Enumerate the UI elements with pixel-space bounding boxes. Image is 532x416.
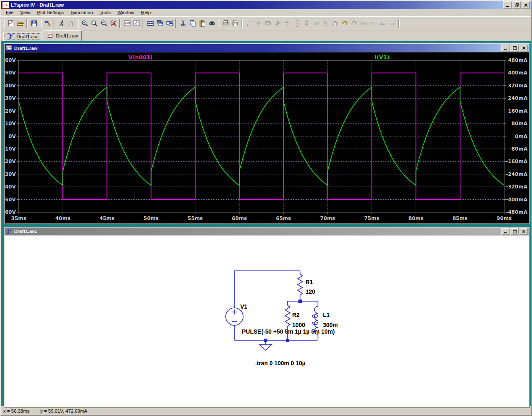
tab-label: Draft1.asc xyxy=(17,34,38,39)
toolbar-separator xyxy=(119,19,121,28)
component-tool-button[interactable]: D xyxy=(311,18,320,29)
zoom-extents-button[interactable] xyxy=(108,18,118,29)
copy-button[interactable] xyxy=(188,18,197,29)
yleft-tick-label: -20V xyxy=(5,158,16,164)
redo-button[interactable] xyxy=(349,18,359,29)
cascade-windows-button[interactable] xyxy=(155,18,165,29)
zoom-in-button[interactable] xyxy=(80,18,89,29)
zoom-in-icon xyxy=(81,20,89,27)
maximize-button[interactable] xyxy=(510,228,519,235)
x-tick-label: 40ms xyxy=(55,215,70,221)
x-tick-label: 60ms xyxy=(232,215,247,221)
undo-button[interactable] xyxy=(340,18,349,29)
ground-tool-button[interactable] xyxy=(254,18,263,29)
toolbar: ADEmE϶Aa.op xyxy=(1,16,531,30)
waveform-plot[interactable]: 35ms40ms45ms50ms55ms60ms65ms70ms75ms80ms… xyxy=(5,52,529,223)
tab-draft1.asc[interactable]: Draft1.asc xyxy=(3,32,42,41)
toolbar-separator xyxy=(398,19,400,28)
schematic-window-titlebar[interactable]: Draft1.asc xyxy=(5,228,529,235)
svg-text:Em: Em xyxy=(361,21,367,26)
main-titlebar[interactable]: LT LTspice IV - Draft1.raw xyxy=(1,1,531,9)
capacitor-tool-icon xyxy=(283,20,291,27)
menu-view[interactable]: View xyxy=(17,10,34,16)
open-button[interactable] xyxy=(15,18,25,29)
menu-tools[interactable]: Tools xyxy=(96,10,114,16)
undo-icon xyxy=(341,20,348,27)
diode-tool-button[interactable] xyxy=(301,18,311,29)
save-button[interactable] xyxy=(29,18,39,29)
menu-simulation[interactable]: Simulation xyxy=(67,10,96,16)
minimize-button[interactable] xyxy=(501,45,510,52)
wire-tool-icon xyxy=(245,20,253,27)
close-button[interactable] xyxy=(520,228,528,235)
find-button[interactable] xyxy=(207,18,217,29)
resistor-tool-button[interactable] xyxy=(273,18,282,29)
autorange-y-icon xyxy=(123,20,131,27)
move-tool-button[interactable] xyxy=(320,18,330,29)
schematic-file-icon xyxy=(6,228,12,235)
print-button[interactable] xyxy=(230,18,240,29)
schematic-canvas[interactable]: V1 R1 120 R2 1000 L1 300m PULSE(-50 +50 … xyxy=(5,235,529,407)
toolbar-separator xyxy=(77,19,79,28)
menu-plot-settings[interactable]: Plot Settings xyxy=(34,10,67,16)
halt-button[interactable] xyxy=(66,18,76,29)
label-tool-icon: A xyxy=(264,20,272,27)
paste-button[interactable] xyxy=(197,18,207,29)
zoom-area-button[interactable] xyxy=(89,18,99,29)
drag-tool-button[interactable] xyxy=(330,18,340,29)
schematic-svg[interactable]: V1 R1 120 R2 1000 L1 300m PULSE(-50 +50 … xyxy=(5,235,529,407)
tab-draft1.raw[interactable]: Draft1.raw xyxy=(42,30,82,41)
tile-vertical-icon xyxy=(166,20,173,27)
component-tool-icon: D xyxy=(312,20,320,27)
restore-button[interactable] xyxy=(512,1,521,9)
run-button[interactable] xyxy=(57,18,66,29)
spice-directive-icon: .op xyxy=(389,20,396,27)
close-button[interactable] xyxy=(522,1,530,9)
menu-help[interactable]: Help xyxy=(138,10,154,16)
waveform-plot-svg[interactable]: 35ms40ms45ms50ms55ms60ms65ms70ms75ms80ms… xyxy=(5,52,529,223)
zoom-out-button[interactable] xyxy=(99,18,108,29)
text-tool-button[interactable]: Aa xyxy=(378,18,387,29)
toolbar-separator xyxy=(40,19,42,28)
ltspice-main-window: LT LTspice IV - Draft1.raw FileViewPlot … xyxy=(0,0,532,416)
edit-simulation-icon: Em xyxy=(360,20,367,27)
yright-tick-label: 160mA xyxy=(508,108,528,114)
tile-horizontal-button[interactable] xyxy=(145,18,155,29)
wire-tool-button[interactable] xyxy=(244,18,254,29)
r1-label: R1 xyxy=(305,279,313,285)
autorange-y-button[interactable] xyxy=(122,18,132,29)
ground-tool-icon xyxy=(255,20,262,27)
menu-file[interactable]: File xyxy=(2,10,17,16)
inductor-tool-button[interactable] xyxy=(292,18,301,29)
spice-directive-button[interactable]: .op xyxy=(387,18,397,29)
capacitor-tool-button[interactable] xyxy=(282,18,292,29)
plot-settings-button[interactable] xyxy=(132,18,141,29)
yright-tick-label: 400mA xyxy=(508,70,528,76)
x-tick-label: 85ms xyxy=(453,215,468,221)
yleft-tick-label: -10V xyxy=(5,146,16,152)
menu-window[interactable]: Window xyxy=(114,10,138,16)
x-tick-label: 90ms xyxy=(497,215,512,221)
cut-button[interactable] xyxy=(178,18,188,29)
main-window-title: LTspice IV - Draft1.raw xyxy=(11,2,64,8)
close-button[interactable] xyxy=(520,45,528,52)
yright-tick-label: -160mA xyxy=(506,158,528,164)
control-panel-button[interactable] xyxy=(43,18,52,29)
tile-vertical-button[interactable] xyxy=(165,18,174,29)
minimize-button[interactable] xyxy=(501,228,510,235)
label-tool-button[interactable]: A xyxy=(263,18,273,29)
waveform-window-controls xyxy=(501,45,528,52)
edit-simulation-button[interactable]: Em xyxy=(359,18,368,29)
run-icon xyxy=(58,20,65,27)
yright-tick-label: -320mA xyxy=(506,184,528,190)
new-schematic-button[interactable] xyxy=(6,18,15,29)
resistor-r1[interactable] xyxy=(298,271,303,301)
print-preview-button[interactable] xyxy=(221,18,230,29)
minimize-button[interactable] xyxy=(503,1,512,9)
edit-symbol-button[interactable]: E϶ xyxy=(368,18,378,29)
svg-text:A: A xyxy=(266,22,268,25)
waveform-window-titlebar[interactable]: Draft1.raw xyxy=(5,44,529,52)
maximize-button[interactable] xyxy=(510,45,519,52)
x-tick-label: 65ms xyxy=(276,215,291,221)
yleft-tick-label: 20V xyxy=(5,108,16,114)
